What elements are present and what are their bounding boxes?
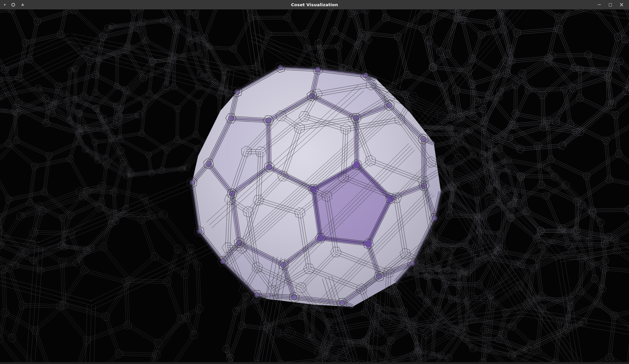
close-button[interactable]: ×: [617, 1, 626, 8]
record-circle-icon[interactable]: [11, 3, 15, 7]
expand-up-icon[interactable]: ∧: [21, 3, 25, 6]
viewport-3d[interactable]: [0, 9, 629, 362]
status-dot-icon[interactable]: [4, 4, 6, 6]
minimize-button[interactable]: −: [595, 1, 604, 8]
maximize-button[interactable]: □: [606, 1, 615, 8]
window-resize-edge[interactable]: [0, 362, 629, 364]
titlebar[interactable]: ∧ Coset Visualization − □ ×: [0, 0, 629, 9]
window-controls: − □ ×: [595, 1, 629, 8]
window-title: Coset Visualization: [0, 2, 629, 7]
app-window: ∧ Coset Visualization − □ ×: [0, 0, 629, 364]
titlebar-left-icons: ∧: [0, 3, 25, 7]
